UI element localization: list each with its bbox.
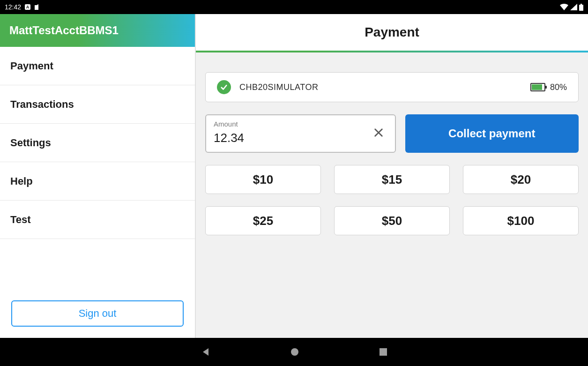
close-icon bbox=[373, 127, 384, 138]
android-nav-bar bbox=[0, 338, 588, 366]
preset-15-button[interactable]: $15 bbox=[334, 165, 450, 194]
sidebar-item-label: Payment bbox=[10, 60, 53, 72]
clear-amount-button[interactable] bbox=[370, 124, 387, 143]
status-time: 12:42 bbox=[5, 3, 21, 11]
sidebar-item-transactions[interactable]: Transactions bbox=[0, 85, 195, 124]
main-panel: Payment CHB20SIMULATOR 80% bbox=[196, 14, 588, 338]
nav-recent-button[interactable] bbox=[379, 348, 387, 356]
preset-50-button[interactable]: $50 bbox=[334, 206, 450, 235]
sidebar-item-label: Settings bbox=[10, 137, 51, 149]
battery-status-icon bbox=[579, 4, 583, 11]
account-name: MattTestAcctBBMS1 bbox=[9, 24, 119, 37]
sidebar-item-label: Test bbox=[10, 214, 31, 226]
preset-25-button[interactable]: $25 bbox=[205, 206, 321, 235]
sidebar: MattTestAcctBBMS1 Payment Transactions S… bbox=[0, 14, 196, 338]
sidebar-item-label: Help bbox=[10, 175, 33, 187]
collect-payment-button[interactable]: Collect payment bbox=[405, 114, 579, 153]
nav-home-button[interactable] bbox=[290, 347, 299, 357]
sidebar-header: MattTestAcctBBMS1 bbox=[0, 14, 195, 47]
preset-100-button[interactable]: $100 bbox=[463, 206, 579, 235]
svg-point-4 bbox=[291, 348, 298, 356]
page-title: Payment bbox=[196, 14, 588, 51]
sidebar-item-settings[interactable]: Settings bbox=[0, 124, 195, 162]
preset-10-button[interactable]: $10 bbox=[205, 165, 321, 194]
reader-name: CHB20SIMULATOR bbox=[239, 82, 522, 92]
back-triangle-icon bbox=[201, 347, 210, 357]
check-circle-icon bbox=[217, 80, 231, 94]
sidebar-item-payment[interactable]: Payment bbox=[0, 47, 195, 85]
battery-icon bbox=[530, 83, 545, 91]
sign-out-button[interactable]: Sign out bbox=[11, 300, 184, 327]
svg-text:A: A bbox=[26, 5, 30, 9]
svg-rect-2 bbox=[579, 5, 583, 11]
preset-20-button[interactable]: $20 bbox=[463, 165, 579, 194]
amount-label: Amount bbox=[214, 120, 238, 128]
nav-back-button[interactable] bbox=[201, 347, 210, 357]
wifi-icon bbox=[560, 4, 568, 10]
sd-card-icon bbox=[34, 4, 39, 10]
sidebar-item-label: Transactions bbox=[10, 98, 74, 111]
amount-input[interactable]: Amount 12.34 bbox=[205, 114, 396, 153]
battery-percent: 80% bbox=[550, 82, 567, 92]
cellular-icon bbox=[570, 4, 577, 10]
android-status-bar: 12:42 A bbox=[0, 0, 588, 14]
amount-value: 12.34 bbox=[214, 131, 370, 145]
svg-rect-5 bbox=[380, 348, 387, 356]
sidebar-item-test[interactable]: Test bbox=[0, 201, 195, 239]
recent-square-icon bbox=[379, 348, 387, 356]
reader-status-card: CHB20SIMULATOR 80% bbox=[205, 72, 579, 102]
notification-icon: A bbox=[25, 4, 30, 10]
svg-rect-3 bbox=[581, 4, 582, 5]
preset-amount-grid: $10 $15 $20 $25 $50 $100 bbox=[205, 165, 579, 235]
home-circle-icon bbox=[290, 347, 299, 357]
sidebar-item-help[interactable]: Help bbox=[0, 162, 195, 201]
